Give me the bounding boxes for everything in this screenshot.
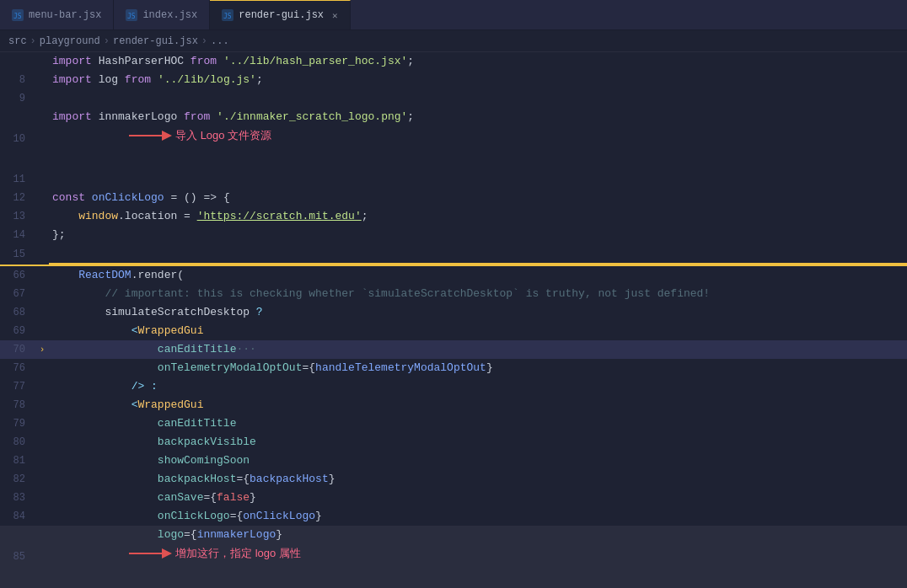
code-line: 83 canSave={false} [0, 489, 907, 507]
code-line-import-logo: 10 import innmakerLogo from './innmaker_… [0, 108, 907, 170]
code-line: 68 simulateScratchDesktop ? [0, 303, 907, 322]
fold-arrow[interactable]: › [35, 345, 49, 355]
arrow-svg2 [125, 544, 175, 563]
close-icon[interactable]: ✕ [332, 10, 338, 21]
tab-index[interactable]: JS index.jsx [114, 0, 210, 29]
jsx-icon: JS [222, 9, 233, 21]
tab-menu-bar[interactable]: JS menu-bar.jsx [0, 0, 114, 29]
code-line: import HashParserHOC from '../lib/hash_p… [0, 52, 907, 71]
code-line: 8 import log from '../lib/log.js'; [0, 71, 907, 89]
code-line: 77 /> : [0, 377, 907, 396]
code-line: 9 [0, 89, 907, 108]
jsx-icon: JS [126, 9, 137, 21]
tab-label: index.jsx [142, 9, 197, 21]
code-line-separator: 15 [0, 244, 907, 266]
code-line: 13 window.location = 'https://scratch.mi… [0, 207, 907, 226]
code-line: 67 // important: this is checking whethe… [0, 285, 907, 303]
jsx-icon: JS [12, 9, 24, 21]
code-area: import HashParserHOC from '../lib/hash_p… [0, 52, 907, 588]
tab-label: menu-bar.jsx [29, 9, 101, 21]
editor: import HashParserHOC from '../lib/hash_p… [0, 52, 907, 588]
code-line-logo-prop: 85 logo={innmakerLogo} 增加这行，指定 logo 属性 [0, 526, 907, 588]
code-line: 76 onTelemetryModalOptOut={handleTelemet… [0, 359, 907, 377]
code-line: 82 backpackHost={backpackHost} [0, 470, 907, 489]
code-line: 79 canEditTitle [0, 414, 907, 433]
code-line: 84 onClickLogo={onClickLogo} [0, 507, 907, 526]
code-line: 78 <WrappedGui [0, 396, 907, 414]
tab-render-gui[interactable]: JS render-gui.jsx ✕ [210, 0, 350, 29]
breadcrumb: src › playground › render-gui.jsx › ... [0, 30, 907, 52]
tab-bar: JS menu-bar.jsx JS index.jsx JS render-g… [0, 0, 907, 30]
svg-text:JS: JS [13, 13, 22, 20]
code-line-folded: 70 › canEditTitle··· [0, 340, 907, 359]
code-line: 12 const onClickLogo = () => { [0, 189, 907, 207]
code-line: 80 backpackVisible [0, 433, 907, 452]
code-line: 66 ReactDOM.render( [0, 266, 907, 285]
code-line: 69 <WrappedGui [0, 322, 907, 340]
svg-text:JS: JS [127, 13, 136, 20]
code-line: 14 }; [0, 226, 907, 244]
arrow-svg [125, 126, 175, 145]
code-line: 11 [0, 170, 907, 189]
tab-label: render-gui.jsx [239, 9, 324, 21]
svg-text:JS: JS [223, 13, 232, 20]
code-line: 81 showComingSoon [0, 452, 907, 470]
